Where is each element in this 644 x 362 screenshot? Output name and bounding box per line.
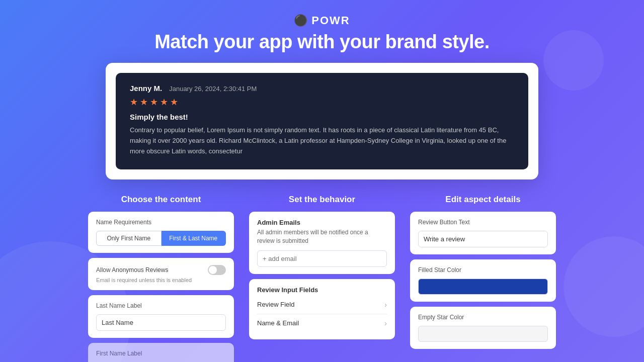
header: ⚫ POWR Match your app with your brand st…: [0, 0, 644, 63]
name-email-field-row[interactable]: Name & Email ›: [257, 314, 387, 332]
review-btn-input[interactable]: [418, 231, 548, 247]
review-button-text-panel: Review Button Text: [410, 212, 556, 254]
admin-emails-sub: All admin members will be notified once …: [257, 228, 387, 245]
first-last-name-button[interactable]: First & Last Name: [162, 231, 226, 246]
review-meta: Jenny M. January 26, 2024, 2:30:41 PM: [130, 84, 514, 93]
empty-star-swatch[interactable]: [418, 326, 548, 342]
name-requirements-label: Name Requirements: [96, 219, 226, 226]
first-name-label: First Name Label: [96, 350, 226, 357]
empty-star-color-panel: Empty Star Color: [410, 307, 556, 349]
name-toggle-group: Only First Name First & Last Name: [96, 231, 226, 246]
last-name-input[interactable]: [96, 314, 226, 331]
column-content-title: Choose the content: [88, 195, 234, 205]
allow-anonymous-row: Allow Anonymous Reviews: [96, 265, 226, 275]
last-name-label-panel: Last Name Label: [88, 295, 234, 338]
chevron-right-icon: ›: [384, 301, 387, 309]
allow-anonymous-label: Allow Anonymous Reviews: [96, 266, 168, 274]
allow-anonymous-sub: Email is required unless this is enabled: [96, 277, 226, 283]
only-first-name-button[interactable]: Only First Name: [96, 231, 162, 246]
column-aspects: Edit aspect details Review Button Text F…: [410, 195, 556, 362]
review-title: Simply the best!: [130, 113, 514, 121]
email-input[interactable]: [257, 250, 387, 267]
review-fields-label: Review Input Fields: [257, 286, 387, 294]
reviewer-name: Jenny M.: [130, 84, 162, 93]
star-4: ★: [160, 97, 168, 108]
review-body: Contrary to popular belief, Lorem Ipsum …: [130, 125, 514, 156]
column-content: Choose the content Name Requirements Onl…: [88, 195, 234, 362]
page-headline: Match your app with your brand style.: [0, 31, 644, 53]
chevron-right-icon-2: ›: [384, 319, 387, 327]
first-name-label-panel: First Name Label: [88, 343, 234, 362]
filled-star-color-panel: Filled Star Color: [410, 259, 556, 302]
admin-emails-panel: Admin Emails All admin members will be n…: [249, 212, 395, 274]
name-email-label: Name & Email: [257, 319, 299, 327]
review-date: January 26, 2024, 2:30:41 PM: [169, 85, 257, 93]
last-name-label: Last Name Label: [96, 302, 226, 309]
powr-icon: ⚫: [294, 14, 307, 27]
empty-star-label: Empty Star Color: [418, 314, 548, 321]
review-btn-label: Review Button Text: [418, 219, 548, 226]
star-1: ★: [130, 97, 138, 108]
admin-emails-label: Admin Emails: [257, 219, 387, 226]
review-field-label: Review Field: [257, 301, 294, 308]
review-field-row[interactable]: Review Field ›: [257, 296, 387, 314]
star-3: ★: [150, 97, 158, 108]
review-input-fields-panel: Review Input Fields Review Field › Name …: [249, 279, 395, 339]
bottom-section: Choose the content Name Requirements Onl…: [0, 179, 644, 362]
column-behavior-title: Set the behavior: [249, 195, 395, 205]
filled-star-swatch[interactable]: [418, 279, 548, 295]
star-2: ★: [140, 97, 148, 108]
allow-anonymous-toggle[interactable]: [208, 265, 226, 275]
column-aspects-title: Edit aspect details: [410, 195, 556, 205]
logo-text: POWR: [311, 14, 350, 27]
logo-row: ⚫ POWR: [0, 14, 644, 27]
star-rating: ★ ★ ★ ★ ★: [130, 97, 514, 108]
filled-star-label: Filled Star Color: [418, 266, 548, 274]
column-behavior: Set the behavior Admin Emails All admin …: [249, 195, 395, 362]
preview-container: Jenny M. January 26, 2024, 2:30:41 PM ★ …: [106, 63, 538, 179]
star-5: ★: [170, 97, 178, 108]
allow-anonymous-panel: Allow Anonymous Reviews Email is require…: [88, 258, 234, 290]
review-card: Jenny M. January 26, 2024, 2:30:41 PM ★ …: [116, 73, 528, 169]
name-requirements-panel: Name Requirements Only First Name First …: [88, 212, 234, 253]
